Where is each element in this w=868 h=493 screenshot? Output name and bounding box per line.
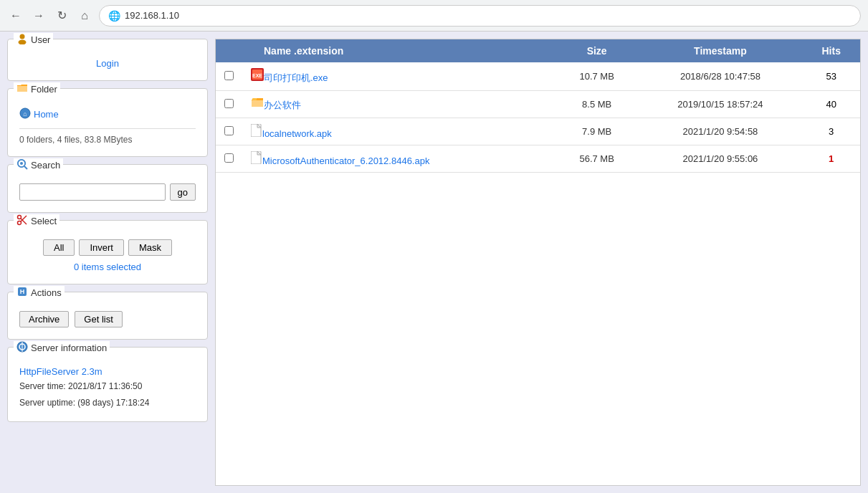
svg-point-0 xyxy=(20,34,25,39)
svg-text:EXE: EXE xyxy=(252,73,262,78)
invert-button[interactable]: Invert xyxy=(79,239,124,256)
size-cell: 8.5 MB xyxy=(555,91,639,118)
home-folder-icon: ⌂ xyxy=(19,107,31,121)
back-button[interactable]: ← xyxy=(7,7,24,24)
folder-panel-content: ⌂ Home 0 folders, 4 files, 83.8 MBytes xyxy=(12,96,203,152)
hits-header: Hits xyxy=(802,39,860,62)
mask-button[interactable]: Mask xyxy=(128,239,172,256)
folder-info: 0 folders, 4 files, 83.8 MBytes xyxy=(19,128,196,145)
exe-icon: EXE xyxy=(251,72,264,83)
url-text: 192.168.1.10 xyxy=(125,10,179,21)
server-panel-content: HttpFileServer 2.3m Server time: 2021/8/… xyxy=(12,355,203,417)
size-cell: 10.7 MB xyxy=(555,62,639,91)
server-icon xyxy=(16,341,28,355)
scissors-icon xyxy=(16,214,28,228)
svg-text:⌂: ⌂ xyxy=(23,110,27,118)
table-row: MicrosoftAuthenticator_6.2012.8446.apk56… xyxy=(216,145,860,173)
size-cell: 56.7 MB xyxy=(555,145,639,173)
user-icon xyxy=(16,33,28,47)
folder-panel-legend: Folder xyxy=(14,82,60,96)
globe-icon: 🌐 xyxy=(108,10,120,21)
search-panel-content: go xyxy=(12,172,203,208)
select-panel-content: All Invert Mask 0 items selected xyxy=(12,228,203,279)
name-cell: localnetwork.apk xyxy=(242,118,555,145)
home-link[interactable]: ⌂ Home xyxy=(19,107,196,121)
svg-rect-20 xyxy=(252,98,257,100)
browser-chrome: ← → ↻ ⌂ 🌐 192.168.1.10 xyxy=(0,0,868,32)
file-link[interactable]: localnetwork.apk xyxy=(262,128,332,139)
go-button[interactable]: go xyxy=(170,183,196,201)
timestamp-header: Timestamp xyxy=(639,39,803,62)
all-button[interactable]: All xyxy=(43,239,75,256)
forward-button[interactable]: → xyxy=(30,7,47,24)
row-checkbox-cell xyxy=(216,62,242,91)
search-icon xyxy=(16,158,28,172)
address-bar[interactable]: 🌐 192.168.1.10 xyxy=(99,5,861,27)
select-panel: Select All Invert Mask 0 items selected xyxy=(7,220,208,284)
get-list-button[interactable]: Get list xyxy=(75,311,122,327)
svg-line-11 xyxy=(21,216,27,221)
table-header-row: Name .extension Size Timestamp Hits xyxy=(216,39,860,62)
select-buttons: All Invert Mask xyxy=(43,239,172,256)
svg-text:H: H xyxy=(20,288,25,295)
row-checkbox[interactable] xyxy=(224,99,234,108)
actions-icon: H xyxy=(16,286,28,300)
row-checkbox-cell xyxy=(216,91,242,118)
timestamp-cell: 2021/1/20 9:54:58 xyxy=(639,118,803,145)
user-panel-content: Login xyxy=(12,47,203,76)
file-link[interactable]: 司印打印机.exe xyxy=(264,72,328,83)
hits-cell: 53 xyxy=(802,62,860,91)
user-panel-legend: User xyxy=(14,33,53,47)
search-panel-legend: Search xyxy=(14,158,63,172)
table-row: EXE司印打印机.exe10.7 MB2018/6/28 10:47:5853 xyxy=(216,62,860,91)
server-panel-legend: Server information xyxy=(14,341,110,355)
actions-panel: H Actions Archive Get list xyxy=(7,292,208,340)
size-cell: 7.9 MB xyxy=(555,118,639,145)
actions-panel-content: Archive Get list xyxy=(12,300,203,335)
file-link[interactable]: 办公软件 xyxy=(264,100,301,110)
server-time: Server time: 2021/8/17 11:36:50 xyxy=(19,380,196,393)
archive-button[interactable]: Archive xyxy=(19,311,69,327)
name-cell: MicrosoftAuthenticator_6.2012.8446.apk xyxy=(242,145,555,173)
file-link[interactable]: MicrosoftAuthenticator_6.2012.8446.apk xyxy=(262,155,429,166)
main-content: Name .extension Size Timestamp Hits EXE司… xyxy=(215,39,861,486)
checkbox-header xyxy=(216,39,242,62)
actions-panel-legend: H Actions xyxy=(14,286,65,300)
table-row: localnetwork.apk7.9 MB2021/1/20 9:54:583 xyxy=(216,118,860,145)
hits-cell: 40 xyxy=(802,91,860,118)
hits-cell: 1 xyxy=(802,145,860,173)
folder-panel: Folder ⌂ Home 0 folders, 4 files, 83.8 M… xyxy=(7,88,208,157)
server-version-link[interactable]: HttpFileServer 2.3m xyxy=(19,366,102,377)
search-panel: Search go xyxy=(7,164,208,213)
select-panel-legend: Select xyxy=(14,214,59,228)
name-header: Name .extension xyxy=(242,39,555,62)
row-checkbox[interactable] xyxy=(224,126,234,135)
row-checkbox[interactable] xyxy=(224,153,234,163)
svg-point-1 xyxy=(19,40,27,45)
login-link[interactable]: Login xyxy=(96,58,119,69)
table-row: 办公软件8.5 MB2019/10/15 18:57:2440 xyxy=(216,91,860,118)
svg-line-7 xyxy=(24,166,27,169)
server-uptime: Server uptime: (98 days) 17:18:24 xyxy=(19,396,196,410)
folder-icon xyxy=(16,82,28,96)
timestamp-cell: 2018/6/28 10:47:58 xyxy=(639,62,803,91)
name-cell: 办公软件 xyxy=(242,91,555,118)
hits-cell: 3 xyxy=(802,118,860,145)
size-header: Size xyxy=(555,39,639,62)
row-checkbox-cell xyxy=(216,118,242,145)
home-button[interactable]: ⌂ xyxy=(76,7,93,24)
folder-icon xyxy=(251,100,264,110)
row-checkbox-cell xyxy=(216,145,242,173)
search-input[interactable] xyxy=(19,183,166,201)
items-selected: 0 items selected xyxy=(74,262,141,272)
svg-point-9 xyxy=(18,221,22,225)
svg-line-10 xyxy=(21,219,27,224)
svg-point-8 xyxy=(18,216,22,219)
name-cell: EXE司印打印机.exe xyxy=(242,62,555,91)
row-checkbox[interactable] xyxy=(224,71,234,80)
user-panel: User Login xyxy=(7,39,208,81)
server-panel: Server information HttpFileServer 2.3m S… xyxy=(7,347,208,422)
sidebar: User Login Folder xyxy=(7,39,208,486)
page-content: User Login Folder xyxy=(0,32,868,493)
reload-button[interactable]: ↻ xyxy=(53,7,70,24)
